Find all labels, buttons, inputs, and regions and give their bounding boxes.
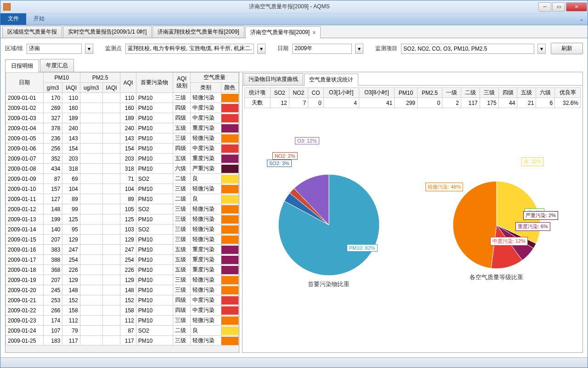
- station-label: 监测点: [105, 45, 122, 52]
- dropdown-icon[interactable]: ▾: [537, 44, 546, 54]
- document-tabs: 区域组空气质量年报 实时空气质量报告[2009/1/1 0时] 济南蓝翔技校空气…: [0, 25, 588, 38]
- tab-detail[interactable]: 日报明细: [5, 59, 39, 72]
- table-row[interactable]: 2009-01-23174112112PM10三级轻微污染: [6, 316, 239, 326]
- doc-tab-0[interactable]: 区域组空气质量年报: [2, 26, 62, 38]
- stats-table[interactable]: 统计项SO2NO2COO3[1小时]O3[8小时]PM10PM2.5一级二级三级…: [244, 87, 581, 108]
- col-aqi[interactable]: AQI: [120, 73, 136, 93]
- item-input[interactable]: [401, 44, 534, 54]
- pie-slice-label: PM10: 82%: [347, 244, 378, 252]
- dropdown-icon[interactable]: ▾: [355, 44, 363, 54]
- table-row[interactable]: 2009-01-17388254254PM10五级重度污染: [6, 255, 239, 265]
- table-row[interactable]: 2009-01-02269160160PM10四级中度污染: [6, 103, 239, 113]
- region-input[interactable]: [27, 44, 82, 54]
- refresh-button[interactable]: 刷新: [551, 43, 583, 54]
- table-row[interactable]: 2009-01-18368226226PM10五级重度污染: [6, 265, 239, 275]
- table-row[interactable]: 2009-01-22266158158PM10四级中度污染: [6, 305, 239, 316]
- ribbon-tab-file[interactable]: 文件: [0, 12, 26, 25]
- ribbon-tab-start[interactable]: 开始: [26, 12, 52, 25]
- col-level[interactable]: AQI级别: [173, 73, 190, 93]
- left-pane: 日期 PM10 PM2.5 AQI 首要污染物 AQI级别 空气质量 g/m3 …: [5, 72, 239, 353]
- table-row[interactable]: 2009-01-21253152152PM10四级中度污染: [6, 295, 239, 305]
- chart-title: 首要污染物比重: [308, 280, 350, 288]
- table-row[interactable]: 2009-01-13199125125PM10三级轻微污染: [6, 214, 239, 224]
- pie-slice-label: SO2: 3%: [267, 160, 292, 167]
- close-icon[interactable]: ×: [312, 29, 316, 36]
- table-row[interactable]: 2009-01-06256154154PM10四级中度污染: [6, 144, 239, 154]
- table-row[interactable]: 2009-01-19207129129PM10三级轻微污染: [6, 275, 239, 285]
- date-label: 日期: [277, 45, 288, 52]
- right-tab-curve[interactable]: 污染物日均浓度曲线: [243, 73, 303, 85]
- pie-slice-label: 严重污染: 2%: [523, 211, 558, 220]
- col-pm10[interactable]: PM10: [43, 73, 80, 83]
- table-row[interactable]: 2009-01-01170110110PM10三级轻微污染: [6, 93, 239, 103]
- right-tab-stats[interactable]: 空气质量状况统计: [304, 74, 358, 86]
- col-date[interactable]: 日期: [6, 73, 44, 93]
- table-row[interactable]: 2009-01-20245148148PM10三级轻微污染: [6, 285, 239, 295]
- pie-slice-label: 重度污染: 6%: [515, 222, 550, 231]
- col-pm25[interactable]: PM2.5: [80, 73, 120, 83]
- pie-slice-label: O3: 12%: [295, 137, 319, 144]
- pie-slice-label: NO2: 2%: [272, 152, 298, 160]
- table-row[interactable]: 2009-01-08434318318PM10六级严重污染: [6, 164, 239, 174]
- table-row[interactable]: 2009-01-25183117117PM10三级轻微污染: [6, 336, 239, 345]
- ribbon: 文件 开始 ⌃: [0, 13, 588, 25]
- table-row[interactable]: 2009-01-16383247247PM10五级重度污染: [6, 245, 239, 255]
- dropdown-icon[interactable]: ▾: [257, 44, 266, 54]
- pie-chart: 良: 32%优: 2%严重污染: 2%重度污染: 6%中度污染: 12%轻微污染…: [415, 115, 578, 348]
- doc-tab-2[interactable]: 济南蓝翔技校空气质量年报[2009]: [153, 26, 244, 38]
- date-input[interactable]: [292, 44, 352, 54]
- charts-area: PM10: 82%SO2: 3%NO2: 2%O3: 12%首要污染物比重良: …: [243, 110, 582, 352]
- table-row[interactable]: 2009-01-111278989PM10二级良: [6, 194, 239, 204]
- pie-slice-label: 中度污染: 12%: [490, 237, 528, 246]
- col-air[interactable]: 空气质量: [191, 73, 239, 83]
- chart-title: 各空气质量等级比重: [469, 273, 523, 282]
- daily-grid[interactable]: 日期 PM10 PM2.5 AQI 首要污染物 AQI级别 空气质量 g/m3 …: [6, 72, 239, 345]
- table-row[interactable]: 2009-01-07352203203PM10五级重度污染: [6, 154, 239, 164]
- table-row[interactable]: 2009-01-10157104104PM10三级轻微污染: [6, 184, 239, 194]
- filter-bar: 区域/组 ▾ 监测点 ▾ 日期 ▾ 监测项目 ▾ 刷新: [0, 38, 588, 59]
- app-icon: [3, 3, 11, 11]
- table-row[interactable]: 2009-01-09876971SO2二级良: [6, 174, 239, 184]
- col-primary[interactable]: 首要污染物: [136, 73, 173, 93]
- dropdown-icon[interactable]: ▾: [85, 44, 93, 54]
- ribbon-collapse-icon[interactable]: ⌃: [579, 18, 584, 25]
- table-row[interactable]: 2009-01-1414095103SO2三级轻微污染: [6, 224, 239, 235]
- item-label: 监测项目: [375, 45, 397, 52]
- region-label: 区域/组: [5, 45, 23, 52]
- titlebar: 济南空气质量年报[2009] - AQMS ─ ▭ ✕: [0, 0, 588, 13]
- inner-tab-strip: 日报明细 年度汇总: [5, 59, 583, 72]
- table-row[interactable]: 2009-01-15207129129PM10三级轻微污染: [6, 235, 239, 245]
- station-input[interactable]: [125, 44, 254, 54]
- right-pane: 污染物日均浓度曲线 空气质量状况统计 统计项SO2NO2COO3[1小时]O3[…: [242, 72, 583, 353]
- scrollbar[interactable]: [6, 345, 239, 352]
- window-title: 济南空气质量年报[2009] - AQMS: [41, 3, 538, 11]
- maximize-button[interactable]: ▭: [552, 2, 565, 12]
- pie-slice-label: 轻微污染: 48%: [425, 183, 463, 191]
- table-row[interactable]: 2009-01-1214899105SO2三级轻微污染: [6, 204, 239, 214]
- status-bar: [0, 357, 588, 368]
- table-row[interactable]: 2009-01-05236143143PM10三级轻微污染: [6, 133, 239, 144]
- minimize-button[interactable]: ─: [538, 2, 551, 12]
- pie-slice-label: 良: 32%: [521, 157, 544, 166]
- tab-summary[interactable]: 年度汇总: [40, 59, 74, 72]
- doc-tab-3[interactable]: 济南空气质量年报[2009]×: [245, 26, 321, 38]
- table-row[interactable]: 2009-01-241077987SO2二级良: [6, 326, 239, 336]
- close-button[interactable]: ✕: [566, 2, 587, 12]
- table-row[interactable]: 2009-01-03327189189PM10四级中度污染: [6, 113, 239, 123]
- pie-chart: PM10: 82%SO2: 3%NO2: 2%O3: 12%首要污染物比重: [247, 115, 410, 348]
- doc-tab-1[interactable]: 实时空气质量报告[2009/1/1 0时]: [63, 26, 152, 38]
- table-row[interactable]: 2009-01-04378240240PM10五级重度污染: [6, 123, 239, 133]
